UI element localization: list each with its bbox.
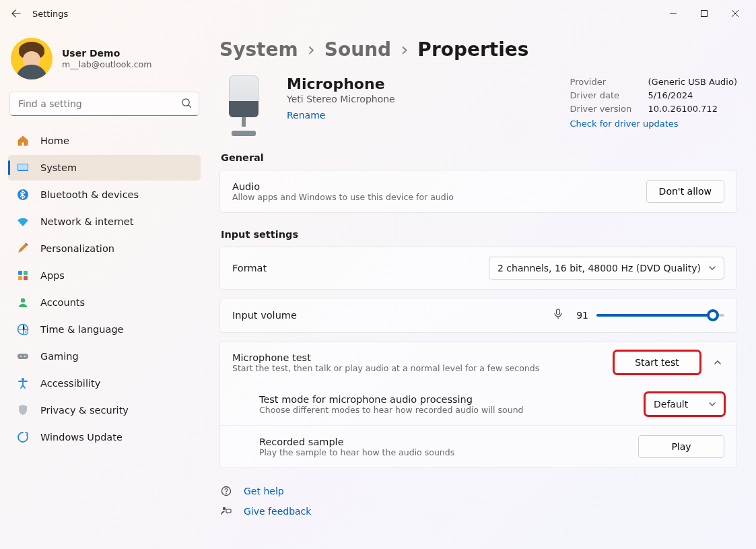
volume-row: Input volume 91	[220, 298, 736, 332]
svg-rect-0	[701, 11, 708, 17]
nav-home[interactable]: Home	[8, 128, 201, 154]
title-bar: Settings	[0, 0, 756, 27]
svg-rect-17	[557, 309, 560, 315]
minimize-button[interactable]	[658, 3, 689, 24]
window-title: Settings	[32, 9, 68, 19]
nav-system[interactable]: System	[8, 155, 201, 181]
breadcrumb: System › Sound › Properties	[219, 38, 737, 62]
collapse-button[interactable]	[711, 356, 724, 369]
give-feedback-link[interactable]: Give feedback	[219, 505, 737, 518]
nav-list: Home System Bluetooth & devices Network …	[8, 128, 201, 450]
close-button[interactable]	[720, 3, 751, 24]
format-card: Format 2 channels, 16 bit, 48000 Hz (DVD…	[219, 247, 737, 290]
nav-accounts[interactable]: Accounts	[8, 290, 201, 315]
nav-label: Accounts	[40, 297, 85, 308]
volume-slider[interactable]	[596, 314, 724, 317]
play-button[interactable]: Play	[638, 435, 724, 458]
svg-rect-5	[18, 271, 22, 275]
arrow-left-icon	[11, 8, 22, 19]
nav-label: Windows Update	[40, 432, 123, 443]
check-updates-link[interactable]: Check for driver updates	[570, 119, 679, 129]
nav-update[interactable]: Windows Update	[8, 424, 201, 450]
feedback-icon	[219, 505, 233, 518]
svg-rect-21	[226, 509, 231, 513]
help-icon	[219, 484, 233, 498]
help-label: Get help	[244, 486, 284, 496]
nav-time[interactable]: Time & language	[8, 317, 201, 342]
person-icon	[16, 296, 30, 309]
svg-point-14	[20, 356, 22, 357]
update-icon	[16, 430, 30, 444]
sample-subtitle: Play the sample to hear how the audio so…	[259, 447, 627, 457]
audio-subtitle: Allow apps and Windows to use this devic…	[232, 192, 635, 202]
globe-clock-icon	[16, 323, 30, 336]
crumb-sound[interactable]: Sound	[324, 38, 391, 62]
test-mode-select[interactable]: Default	[645, 393, 724, 416]
svg-point-9	[21, 298, 25, 302]
rename-link[interactable]: Rename	[287, 110, 325, 121]
chevron-down-icon	[708, 263, 717, 275]
dont-allow-button[interactable]: Don't allow	[646, 180, 724, 203]
driver-version-value: 10.0.26100.712	[648, 102, 718, 116]
get-help-link[interactable]: Get help	[219, 484, 737, 498]
device-title: Microphone	[287, 75, 395, 92]
start-test-button[interactable]: Start test	[614, 351, 700, 374]
volume-card: Input volume 91	[219, 298, 737, 333]
mic-test-row: Microphone test Start the test, then tal…	[220, 342, 736, 383]
nav-network[interactable]: Network & internet	[8, 209, 201, 234]
back-button[interactable]	[5, 3, 27, 24]
svg-rect-6	[24, 271, 28, 275]
nav-bluetooth[interactable]: Bluetooth & devices	[8, 182, 201, 207]
device-subtitle: Yeti Stereo Microphone	[287, 94, 395, 104]
nav-label: Time & language	[40, 324, 124, 335]
home-icon	[16, 134, 30, 148]
general-section-title: General	[221, 152, 737, 163]
close-icon	[731, 9, 739, 18]
nav-label: Privacy & security	[40, 405, 129, 416]
format-select[interactable]: 2 channels, 16 bit, 48000 Hz (DVD Qualit…	[489, 257, 724, 280]
driver-date-value: 5/16/2024	[648, 89, 693, 102]
nav-personalization[interactable]: Personalization	[8, 236, 201, 261]
nav-label: Accessibility	[40, 378, 100, 389]
nav-label: Gaming	[40, 351, 79, 362]
chevron-up-icon	[712, 357, 723, 368]
test-mode-subtitle: Choose different modes to hear how recor…	[259, 405, 634, 415]
user-block[interactable]: User Demo m__lab@outlook.com	[8, 32, 201, 89]
format-label: Format	[232, 263, 478, 273]
user-email: m__lab@outlook.com	[62, 59, 151, 70]
maximize-button[interactable]	[689, 3, 720, 24]
test-mode-title: Test mode for microphone audio processin…	[259, 394, 634, 405]
search-input[interactable]	[9, 92, 199, 116]
microphone-icon	[552, 308, 564, 323]
nav-accessibility[interactable]: Accessibility	[8, 370, 201, 396]
driver-version-label: Driver version	[570, 102, 633, 116]
avatar	[11, 38, 53, 79]
brush-icon	[16, 242, 30, 255]
search-icon	[180, 97, 193, 112]
maximize-icon	[700, 9, 708, 18]
audio-row: Audio Allow apps and Windows to use this…	[220, 170, 736, 212]
provider-value: (Generic USB Audio)	[648, 75, 737, 89]
nav-label: Bluetooth & devices	[40, 189, 139, 200]
driver-date-label: Driver date	[570, 89, 633, 102]
footer-links: Get help Give feedback	[219, 484, 737, 522]
minimize-icon	[669, 9, 677, 18]
wifi-icon	[16, 215, 30, 228]
nav-label: Apps	[40, 270, 65, 281]
apps-icon	[16, 269, 30, 282]
crumb-system[interactable]: System	[219, 38, 298, 62]
nav-gaming[interactable]: Gaming	[8, 344, 201, 369]
mic-test-subtitle: Start the test, then talk or play audio …	[232, 363, 603, 373]
device-header: Microphone Yeti Stereo Microphone Rename…	[219, 75, 737, 136]
driver-info: Provider(Generic USB Audio) Driver date5…	[570, 75, 737, 129]
svg-rect-7	[18, 276, 22, 280]
sidebar: User Demo m__lab@outlook.com Home System…	[0, 27, 209, 549]
nav-apps[interactable]: Apps	[8, 263, 201, 288]
test-mode-row: Test mode for microphone audio processin…	[220, 383, 736, 425]
svg-point-19	[226, 493, 227, 494]
system-icon	[16, 161, 30, 174]
nav-privacy[interactable]: Privacy & security	[8, 397, 201, 423]
nav-label: Home	[40, 135, 69, 146]
chevron-right-icon: ›	[401, 38, 408, 62]
nav-label: System	[40, 162, 77, 173]
